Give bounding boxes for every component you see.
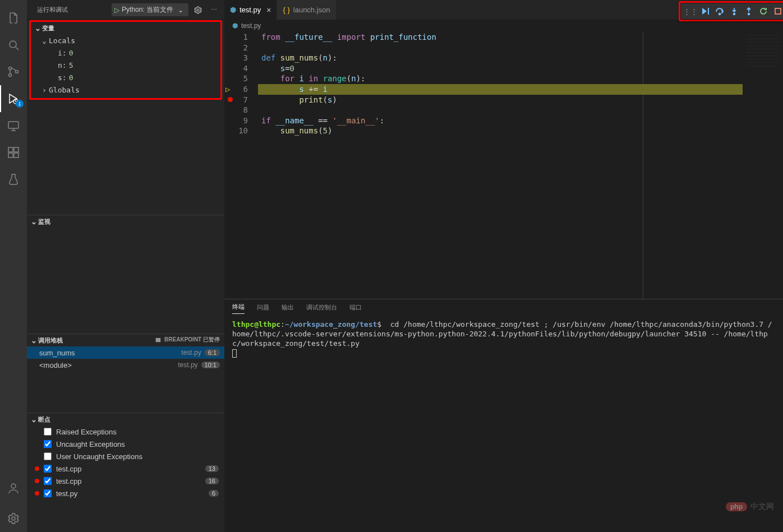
svg-rect-9 xyxy=(14,147,19,152)
editor-tab-test-py[interactable]: ⬢ test.py × xyxy=(224,0,277,20)
continue-button[interactable] xyxy=(698,4,712,18)
ellipsis-icon[interactable]: ⋯ xyxy=(208,4,220,16)
python-file-icon: ⬢ xyxy=(232,22,238,30)
breakpoint-dot-icon xyxy=(35,479,39,483)
python-file-icon: ⬢ xyxy=(230,6,236,14)
debug-sidebar: 运行和调试 ▷ Python: 当前文件 ⌄ ⋯ ⌄ 变量 ⌄ Locals i… xyxy=(27,0,224,532)
var-row[interactable]: n: 5 xyxy=(31,59,220,71)
checkbox[interactable] xyxy=(44,440,52,448)
scope-label: Globals xyxy=(49,86,80,94)
var-row[interactable]: s: 0 xyxy=(31,71,220,84)
tab-label: test.py xyxy=(239,6,261,14)
section-hdr-variables[interactable]: ⌄ 变量 xyxy=(31,22,220,34)
callstack-row[interactable]: sum_nums test.py 6:1 xyxy=(27,346,224,359)
bp-file: test.cpp xyxy=(56,477,201,485)
line-number: 5 xyxy=(224,73,248,84)
svg-point-11 xyxy=(12,517,15,520)
var-row[interactable]: i: 0 xyxy=(31,47,220,59)
activity-testing[interactable] xyxy=(0,166,27,193)
stop-button[interactable] xyxy=(771,4,783,18)
checkbox[interactable] xyxy=(44,489,52,497)
scope-label: Locals xyxy=(49,36,75,45)
svg-point-10 xyxy=(11,484,16,488)
step-into-button[interactable] xyxy=(727,4,741,18)
breadcrumb[interactable]: ⬢ test.py xyxy=(224,20,783,32)
bp-file-row[interactable]: test.py 6 xyxy=(27,487,224,499)
bp-option-user-uncaught[interactable]: User Uncaught Exceptions xyxy=(27,450,224,462)
activity-search[interactable] xyxy=(0,31,27,58)
terminal-path: ~/workspace_zong/test xyxy=(285,320,377,329)
activity-settings[interactable] xyxy=(0,505,27,532)
svg-rect-7 xyxy=(8,153,13,158)
var-value: 0 xyxy=(69,73,73,82)
gear-icon[interactable] xyxy=(192,4,204,16)
line-number: 9 xyxy=(224,115,248,126)
bp-file-row[interactable]: test.cpp 16 xyxy=(27,475,224,487)
minimap[interactable] xyxy=(743,32,783,299)
chevron-down-icon: ⌄ xyxy=(178,6,183,14)
watermark-brand: php xyxy=(726,502,747,511)
section-label: 变量 xyxy=(42,24,54,33)
close-icon[interactable]: × xyxy=(266,6,271,15)
section-label: 监视 xyxy=(38,218,50,226)
svg-point-0 xyxy=(10,41,16,48)
current-line-arrow-icon: ▷ xyxy=(225,84,230,95)
panel-tab-debug-console[interactable]: 调试控制台 xyxy=(306,303,337,314)
bp-file: test.cpp xyxy=(56,465,201,473)
line-number: 8 xyxy=(224,105,248,115)
scope-locals[interactable]: ⌄ Locals xyxy=(31,34,220,47)
checkbox[interactable] xyxy=(44,428,52,436)
editor-gutter: ▷ 1 2 3 4 5 6 7 8 9 10 xyxy=(224,32,258,299)
bp-label: User Uncaught Exceptions xyxy=(56,452,219,461)
code-editor[interactable]: ▷ 1 2 3 4 5 6 7 8 9 10 from __future__ i… xyxy=(224,32,783,299)
bp-file-row[interactable]: test.cpp 13 xyxy=(27,462,224,475)
panel-tab-ports[interactable]: 端口 xyxy=(349,303,362,314)
svg-point-12 xyxy=(197,9,199,11)
activity-explorer[interactable] xyxy=(0,4,27,31)
scope-globals[interactable]: › Globals xyxy=(31,84,220,96)
var-name: i xyxy=(58,49,62,57)
checkbox[interactable] xyxy=(44,452,52,460)
activity-account[interactable] xyxy=(0,475,27,502)
section-hdr-callstack[interactable]: ⌄ 调用堆栈 ⯀ BREAKPOINT 已暂停 xyxy=(27,334,224,346)
activity-extensions[interactable] xyxy=(0,139,27,166)
activity-scm[interactable] xyxy=(0,58,27,85)
editor-tab-launch-json[interactable]: { } launch.json xyxy=(277,0,336,20)
line-number: 4 xyxy=(224,63,248,74)
frame-file: test.py xyxy=(181,349,201,357)
terminal-output[interactable]: lthpc@lthpc:~/workspace_zong/test$ cd /h… xyxy=(224,317,783,532)
step-out-button[interactable] xyxy=(741,4,756,18)
line-number: 10 xyxy=(224,126,248,136)
section-hdr-breakpoints[interactable]: ⌄ 断点 xyxy=(27,413,224,425)
breakpoint-dot-icon xyxy=(35,491,39,496)
bp-label: Raised Exceptions xyxy=(56,428,219,436)
debug-badge: 1 xyxy=(16,100,24,108)
debug-toolbar: ⋮⋮ xyxy=(681,3,783,19)
code-area[interactable]: from __future__ import print_function de… xyxy=(258,32,743,299)
bp-file: test.py xyxy=(56,489,204,498)
activity-remote[interactable] xyxy=(0,112,27,139)
bp-option-uncaught[interactable]: Uncaught Exceptions xyxy=(27,438,224,450)
step-over-button[interactable] xyxy=(712,4,727,18)
section-breakpoints: ⌄ 断点 Raised Exceptions Uncaught Exceptio… xyxy=(27,413,224,532)
section-label: 调用堆栈 xyxy=(38,336,63,345)
panel-tab-terminal[interactable]: 终端 xyxy=(232,303,245,314)
activity-run-debug[interactable]: 1 xyxy=(0,85,27,112)
json-file-icon: { } xyxy=(283,6,289,14)
section-hdr-watch[interactable]: ⌄ 监视 xyxy=(27,215,224,228)
sidebar-title: 运行和调试 xyxy=(37,6,112,14)
line-number: 2 xyxy=(224,43,248,53)
frame-name: sum_nums xyxy=(39,349,181,357)
callstack-row[interactable]: <module> test.py 10:1 xyxy=(27,359,224,371)
bp-line: 16 xyxy=(205,478,219,484)
panel-tab-problems[interactable]: 问题 xyxy=(257,303,269,314)
sidebar-header: 运行和调试 ▷ Python: 当前文件 ⌄ ⋯ xyxy=(27,0,224,20)
panel-tab-output[interactable]: 输出 xyxy=(282,303,294,314)
checkbox[interactable] xyxy=(44,477,52,485)
drag-grip-icon[interactable]: ⋮⋮ xyxy=(683,4,698,18)
breakpoint-dot-icon[interactable] xyxy=(228,97,233,102)
checkbox[interactable] xyxy=(44,465,52,473)
bp-option-raised[interactable]: Raised Exceptions xyxy=(27,425,224,438)
debug-config-selector[interactable]: ▷ Python: 当前文件 ⌄ xyxy=(112,3,188,16)
restart-button[interactable] xyxy=(756,4,771,18)
